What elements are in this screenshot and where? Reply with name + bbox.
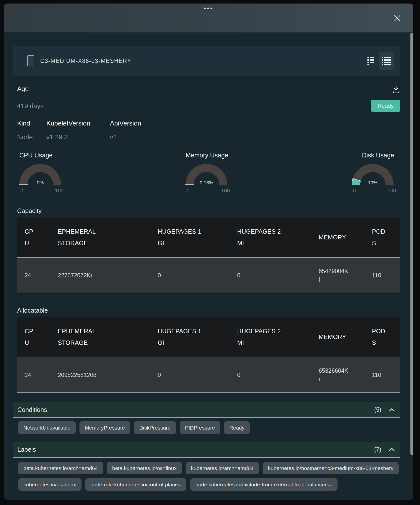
table-data-cell: 0: [150, 357, 230, 392]
capacity-table: CPUEPHEMERAL STORAGEHUGEPAGES 1 GIHUGEPA…: [17, 218, 400, 293]
memory-usage-percent: 0.16%: [186, 180, 227, 186]
condition-chip: NetworkUnavailable: [18, 421, 76, 434]
table-data-cell: 65326604Ki: [311, 357, 364, 392]
disk-usage-title: Disk Usage: [352, 152, 394, 159]
condition-chip: PIDPressure: [180, 421, 220, 434]
memory-gauge-arc: 0.16%: [186, 164, 227, 186]
table-header-row: CPUEPHEMERAL STORAGEHUGEPAGES 1 GIHUGEPA…: [17, 317, 400, 357]
table-header-cell: EPHEMERAL STORAGE: [50, 218, 150, 257]
status-badge: Ready: [371, 100, 400, 112]
age-label: Age: [17, 85, 29, 93]
conditions-count: (5): [374, 406, 381, 413]
allocatable-table: CPUEPHEMERAL STORAGEHUGEPAGES 1 GIHUGEPA…: [17, 317, 400, 393]
table-header-cell: PODS: [364, 317, 400, 357]
condition-chip: Ready: [224, 421, 250, 434]
resource-meta-labels: Kind KubeletVersion ApiVersion: [13, 119, 400, 127]
table-data-row: 24227672072Ki0065429004Ki110: [17, 258, 400, 293]
download-button[interactable]: [392, 85, 400, 95]
api-version-label: ApiVersion: [110, 119, 400, 127]
cpu-usage-percent: 0%: [19, 180, 61, 186]
disk-usage-gauge: Disk Usage 10% 0 100: [352, 152, 394, 194]
download-icon: [392, 85, 400, 94]
node-title: C3-MEDIUM-X86-03-MESHERY: [40, 58, 131, 64]
table-data-cell: 65429004Ki: [311, 258, 364, 293]
age-value: 419 days: [17, 102, 44, 110]
age-row: Age: [13, 85, 400, 95]
drag-handle-dots[interactable]: •••: [4, 5, 413, 12]
cpu-usage-title: CPU Usage: [19, 152, 62, 159]
disk-gauge-arc: 10%: [352, 164, 394, 186]
allocatable-section-title: Allocatable: [13, 307, 400, 314]
kubelet-version-label: KubeletVersion: [46, 119, 110, 127]
table-header-cell: HUGEPAGES 1 GI: [150, 218, 230, 257]
condition-chip: DiskPressure: [134, 421, 176, 434]
labels-title: Labels: [17, 446, 36, 453]
table-header-cell: CPU: [17, 218, 50, 257]
memory-usage-gauge: Memory Usage 0.16% 0 100: [186, 152, 228, 194]
table-data-cell: 24: [17, 258, 50, 293]
capacity-section-title: Capacity: [13, 207, 400, 215]
kubelet-version-value: v1.29.3: [46, 133, 110, 141]
table-header-cell: HUGEPAGES 2 MI: [230, 218, 311, 257]
node-card-header: C3-MEDIUM-X86-03-MESHERY: [13, 46, 400, 76]
gauge-max-label: 100: [387, 188, 396, 194]
table-header-cell: HUGEPAGES 1 GI: [150, 317, 230, 357]
labels-section-header[interactable]: Labels (7): [13, 442, 400, 458]
table-header-cell: CPU: [17, 317, 50, 357]
label-chip: kubernetes.io/arch=amd64: [186, 462, 259, 474]
label-chip: beta.kubernetes.io/arch=amd64: [18, 462, 103, 474]
table-data-row: 242098225812080065326604Ki110: [17, 357, 400, 392]
table-data-cell: 24: [17, 357, 50, 392]
conditions-chip-list: NetworkUnavailableMemoryPressureDiskPres…: [13, 421, 400, 434]
kind-label: Kind: [17, 119, 46, 127]
resource-meta-values: Node v1.29.3 v1: [13, 133, 400, 141]
memory-usage-title: Memory Usage: [186, 152, 228, 159]
table-header-cell: PODS: [364, 218, 400, 257]
table-header-cell: MEMORY: [311, 218, 364, 257]
modal-scroll-area[interactable]: C3-MEDIUM-X86-03-MESHERY: [4, 32, 413, 500]
label-chip: node-role.kubernetes.io/control-plane=: [85, 478, 186, 491]
table-data-cell: 110: [364, 357, 400, 392]
table-header-cell: HUGEPAGES 2 MI: [230, 317, 311, 357]
gauge-min-label: 0: [20, 188, 23, 194]
label-chip: beta.kubernetes.io/os=linux: [107, 462, 182, 474]
conditions-collapse-button[interactable]: [389, 408, 395, 412]
conditions-section-header[interactable]: Conditions (5): [13, 402, 400, 418]
cpu-gauge-arc: 0%: [19, 164, 61, 186]
chevron-up-icon: [389, 448, 395, 451]
conditions-title: Conditions: [17, 406, 47, 413]
label-chip: kubernetes.io/os=linux: [18, 478, 81, 491]
gauge-max-label: 100: [221, 188, 230, 194]
close-icon: [393, 14, 401, 23]
kind-value: Node: [17, 133, 46, 141]
cpu-usage-gauge: CPU Usage 0% 0 100: [19, 152, 62, 194]
labels-collapse-button[interactable]: [389, 448, 395, 451]
gauge-max-label: 100: [55, 188, 64, 194]
api-version-value: v1: [110, 133, 400, 141]
usage-gauges: CPU Usage 0% 0 100 Me: [13, 152, 400, 194]
table-header-cell: MEMORY: [311, 317, 364, 357]
gauge-min-label: 0: [353, 188, 356, 194]
disk-usage-percent: 10%: [352, 180, 394, 186]
table-data-cell: 110: [364, 258, 400, 293]
labels-chip-list: beta.kubernetes.io/arch=amd64beta.kubern…: [13, 462, 400, 491]
node-select-checkbox[interactable]: [27, 55, 34, 66]
detail-list-icon: [382, 57, 391, 65]
modal-header: •••: [4, 4, 413, 32]
label-chip: node.kubernetes.io/exclude-from-external…: [190, 478, 338, 491]
age-value-row: 419 days Ready: [13, 100, 400, 112]
compact-view-button[interactable]: [367, 56, 374, 66]
chevron-up-icon: [389, 408, 395, 412]
table-data-cell: 0: [150, 258, 230, 293]
compact-list-icon: [367, 56, 374, 66]
table-data-cell: 227672072Ki: [50, 258, 150, 293]
scrollbar-thumb[interactable]: [410, 33, 413, 455]
condition-chip: MemoryPressure: [79, 421, 130, 434]
detail-view-button[interactable]: [379, 52, 394, 70]
table-data-cell: 0: [230, 357, 311, 392]
labels-count: (7): [374, 446, 381, 453]
label-chip: kubernetes.io/hostname=c3-medium-x86-03-…: [263, 462, 399, 474]
close-button[interactable]: [392, 13, 403, 24]
table-header-cell: EPHEMERAL STORAGE: [50, 317, 150, 357]
node-details-content: C3-MEDIUM-X86-03-MESHERY: [13, 46, 400, 491]
